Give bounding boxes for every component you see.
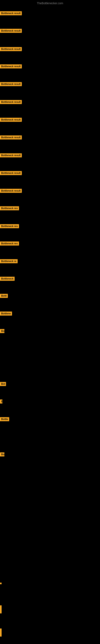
bottleneck-label-2: Bottleneck result [0,47,22,51]
bottleneck-label-12: Bottleneck res [0,224,19,228]
bottleneck-label-25: Bo [0,452,4,456]
bottleneck-label-16: Bottl [0,294,8,298]
site-title: TheBottlenecker.com [0,0,100,6]
bottleneck-label-21: Bot [0,382,6,386]
bottleneck-label-17: Bottlene [0,312,12,316]
vertical-bar-1 [0,605,1,614]
bottleneck-label-5: Bottleneck result [0,100,22,104]
bottleneck-label-14: Bottleneck re [0,259,18,263]
vertical-bar-2 [0,582,1,584]
bottleneck-label-15: Bottleneck [0,277,15,281]
bottleneck-label-13: Bottleneck res [0,242,19,246]
bottleneck-label-6: Bottleneck result [0,118,22,122]
bottleneck-label-22: B [0,400,2,404]
bottleneck-label-11: Bottleneck res [0,206,19,210]
bottleneck-label-8: Bottleneck result [0,153,22,158]
bottleneck-label-7: Bottleneck result [0,136,22,140]
vertical-bar-0 [0,628,1,636]
bottleneck-label-0: Bottleneck result [0,11,22,15]
bottleneck-label-4: Bottleneck result [0,82,22,86]
bottleneck-label-10: Bottleneck result [0,189,22,193]
bottleneck-label-9: Bottleneck result [0,171,22,175]
bottleneck-label-18: Bo [0,329,4,333]
bottleneck-label-3: Bottleneck result [0,64,22,68]
bottleneck-label-1: Bottleneck result [0,29,22,33]
bottleneck-label-23: Bottle [0,417,9,421]
